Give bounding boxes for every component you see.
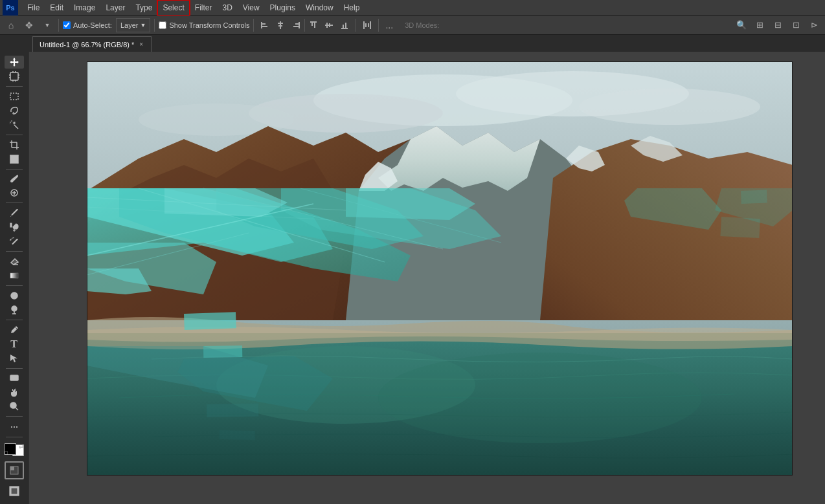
options-separator-2 [154,19,155,32]
brush-tool-btn[interactable] [5,206,24,219]
workspace-icon[interactable]: ⊞ [752,18,767,32]
default-colors-icon[interactable]: □ [5,450,8,456]
align-icons-group [258,18,352,32]
share-icon[interactable]: ⊳ [807,18,821,32]
pen-tool-btn[interactable] [5,323,24,336]
lasso-tool-btn[interactable] [5,104,24,117]
svg-rect-21 [368,23,369,27]
svg-rect-18 [363,21,365,29]
ps-logo-text: Ps [6,4,14,12]
frame-tool-btn[interactable] [5,153,24,166]
tab-close-button[interactable]: × [138,40,144,49]
options-separator-1 [58,19,59,32]
menu-item-file[interactable]: File [22,0,45,16]
svg-rect-14 [329,23,330,27]
arrange-icon[interactable]: ⊟ [771,18,785,32]
move-tool-btn[interactable] [5,56,24,69]
type-tool-btn[interactable]: T [5,338,24,351]
svg-rect-98 [741,190,767,204]
tool-separator-6 [6,285,23,286]
menu-item-edit[interactable]: Edit [45,0,69,16]
menu-item-plugins[interactable]: Plugins [265,0,300,16]
svg-marker-91 [346,188,475,220]
3d-modes-label: 3D Modes: [405,21,439,29]
rect-marquee-tool-btn[interactable] [5,90,24,103]
tool-separator-1 [6,86,23,87]
menu-item-filter[interactable]: Filter [190,0,218,16]
menu-item-image[interactable]: Image [69,0,100,16]
svg-rect-1 [262,23,266,25]
align-bottom-edges-btn[interactable] [337,18,352,32]
svg-rect-11 [314,23,315,28]
show-transform-text: Show Transform Controls [169,21,249,29]
svg-rect-8 [293,26,299,27]
svg-rect-93 [184,312,236,330]
svg-point-53 [13,294,16,297]
magic-wand-tool-btn[interactable] [5,118,24,131]
history-brush-tool-btn[interactable] [5,235,24,248]
dodge-tool-btn[interactable] [5,303,24,316]
svg-rect-97 [720,217,760,238]
swap-colors-icon[interactable]: ⇄ [19,443,24,450]
document-tab[interactable]: Untitled-1 @ 66.7% (RGB/8) * × [32,36,152,52]
auto-select-checkbox[interactable] [63,21,71,29]
zoom-tool-btn[interactable] [5,400,24,413]
search-icon[interactable]: 🔍 [734,18,749,32]
layer-dropdown[interactable]: Layer ▼ [116,18,150,32]
eyedropper-tool-btn[interactable] [5,172,24,185]
distribute-btn[interactable] [360,18,374,32]
tool-separator-3 [6,169,23,170]
path-selection-tool-btn[interactable] [5,352,24,365]
align-top-edges-btn[interactable] [306,18,321,32]
artboard-tool-btn[interactable] [5,70,24,83]
menu-item-window[interactable]: Window [300,0,339,16]
svg-rect-22 [10,72,18,80]
svg-rect-101 [207,404,258,417]
svg-rect-16 [343,25,344,28]
align-right-edges-btn[interactable] [289,18,303,32]
svg-rect-13 [326,23,328,28]
quick-mask-btn[interactable] [5,461,24,479]
align-center-btn[interactable] [273,18,288,32]
svg-rect-65 [11,488,17,494]
svg-line-59 [16,408,18,410]
svg-point-72 [579,89,760,125]
more-options-ellipsis[interactable]: ... [383,20,396,30]
menu-item-type[interactable]: Type [130,0,157,16]
menu-item-help[interactable]: Help [339,0,365,16]
svg-rect-102 [220,430,255,440]
svg-rect-9 [310,21,317,23]
svg-line-35 [10,124,10,124]
eraser-tool-btn[interactable] [5,255,24,268]
gradient-tool-btn[interactable] [5,269,24,282]
move-arrows-icon[interactable]: ✥ [22,18,36,32]
options-bar: ⌂ ✥ ▼ Auto-Select: Layer ▼ Show Transfor… [0,16,825,35]
color-swatches[interactable]: ⇄ □ [5,443,24,456]
menu-item-layer[interactable]: Layer [100,0,130,16]
align-left-edges-btn[interactable] [258,18,272,32]
crop-tool-btn[interactable] [5,138,24,151]
ps-logo[interactable]: Ps [3,0,18,16]
healing-brush-tool-btn[interactable] [5,186,24,199]
menu-item-3d[interactable]: 3D [217,0,237,16]
svg-rect-0 [261,22,262,28]
main-content: T [0,52,825,504]
hand-tool-btn[interactable] [5,386,24,399]
home-icon[interactable]: ⌂ [4,18,18,32]
blur-tool-btn[interactable] [5,289,24,302]
align-middle-btn[interactable] [322,18,336,32]
menu-item-select[interactable]: Select [157,0,189,16]
options-separator-3 [253,19,254,32]
auto-select-label[interactable]: Auto-Select: [63,21,112,29]
menu-item-view[interactable]: View [238,0,265,16]
clone-stamp-tool-btn[interactable] [5,221,24,234]
move-dropdown-icon[interactable]: ▼ [40,18,54,32]
toggle-panels-icon[interactable]: ⊡ [789,18,803,32]
show-transform-label[interactable]: Show Transform Controls [159,21,249,29]
tab-bar: Untitled-1 @ 66.7% (RGB/8) * × [0,35,825,52]
tool-separator-9 [6,416,23,417]
more-tools-btn[interactable]: ··· [5,420,24,433]
screen-mode-btn[interactable] [5,482,24,500]
show-transform-checkbox[interactable] [159,21,166,29]
shape-tool-btn[interactable] [5,371,24,384]
